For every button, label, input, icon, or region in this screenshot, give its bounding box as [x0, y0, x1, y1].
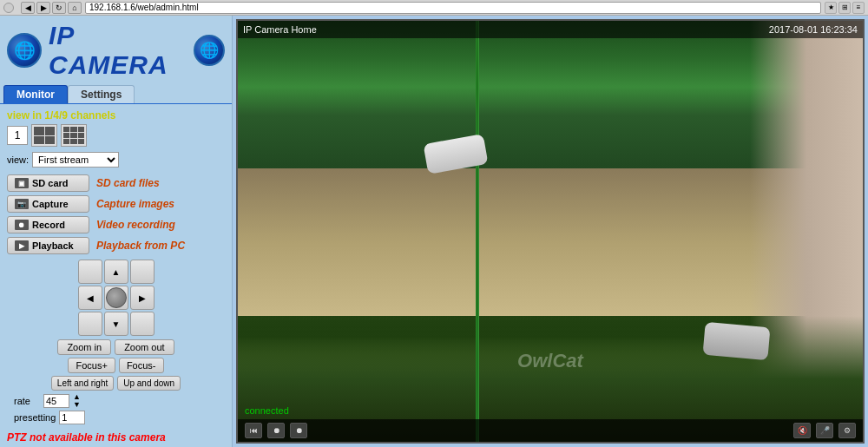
cam-record-button[interactable]: ⏺ — [290, 423, 307, 438]
browser-nav: ◀ ▶ ↻ ⌂ — [21, 2, 82, 14]
grid-3x3-icon[interactable] — [61, 124, 87, 147]
playback-row: ▶ Playback Playback from PC — [7, 237, 225, 254]
scene-car2 — [702, 322, 770, 360]
tab-bar: Monitor Settings — [3, 85, 228, 103]
ptz-preset-row: Left and right Up and down — [51, 376, 181, 391]
stream-label: view: — [7, 154, 29, 165]
nav-forward-btn[interactable]: ▶ — [36, 2, 50, 14]
cam-pause-button[interactable]: ⏺ — [267, 423, 285, 438]
presetting-input[interactable] — [59, 411, 85, 424]
cam-mic-button[interactable]: 🎤 — [816, 423, 833, 438]
ptz-right-button[interactable]: ▶ — [130, 286, 155, 310]
ptz-empty-tr — [130, 260, 155, 284]
playback-icon: ▶ — [15, 240, 29, 251]
ptz-up-button[interactable]: ▲ — [104, 260, 128, 284]
address-bar[interactable]: 192.168.1.6/web/admin.html — [85, 2, 821, 14]
grid-cell — [78, 127, 84, 132]
record-row: ⏺ Record Video recording — [7, 216, 225, 233]
record-button[interactable]: ⏺ Record — [7, 216, 89, 233]
cam-volume-button[interactable]: 🔇 — [793, 423, 811, 438]
extensions-icon[interactable]: ⊞ — [838, 2, 851, 14]
playback-link[interactable]: Playback from PC — [96, 240, 185, 252]
main-layout: 🌐 IP CAMERA 🌐 Monitor Settings view in 1… — [0, 16, 868, 447]
ptz-empty-tl — [78, 260, 102, 284]
browser-chrome: ◀ ▶ ↻ ⌂ 192.168.1.6/web/admin.html ★ ⊞ ≡ — [0, 0, 868, 16]
sd-card-button[interactable]: ▣ SD card — [7, 174, 89, 192]
camera-controls-bar: ⏮ ⏺ ⏺ 🔇 🎤 ⚙ — [238, 419, 863, 442]
focus-plus-button[interactable]: Focus+ — [68, 358, 115, 373]
menu-icon[interactable]: ≡ — [852, 2, 865, 14]
presetting-row: presetting — [7, 411, 225, 424]
cam-settings-button[interactable]: ⚙ — [838, 423, 856, 438]
ptz-rate-row: rate ▲ ▼ — [7, 393, 225, 409]
ptz-focus-row: Focus+ Focus- — [68, 358, 163, 373]
rate-label: rate — [14, 396, 40, 406]
main-content: OwlCat IP Camera Home 2017-08-01 16:23:3… — [233, 16, 868, 447]
grid-2x2-icon[interactable] — [31, 124, 57, 147]
playback-button[interactable]: ▶ Playback — [7, 237, 89, 254]
tab-settings[interactable]: Settings — [68, 85, 135, 103]
channel-number[interactable]: 1 — [7, 126, 28, 145]
record-icon: ⏺ — [15, 220, 29, 230]
rate-input[interactable] — [43, 394, 69, 408]
camera-overlay-top: IP Camera Home 2017-08-01 16:23:34 — [238, 21, 863, 38]
grid-cell — [34, 136, 44, 145]
capture-link[interactable]: Capture images — [96, 198, 174, 210]
rate-spinner[interactable]: ▲ ▼ — [73, 393, 81, 409]
sd-card-icon: ▣ — [15, 178, 29, 188]
record-label: Record — [32, 220, 65, 230]
preset-up-down-button[interactable]: Up and down — [117, 376, 181, 391]
nav-back-btn[interactable]: ◀ — [21, 2, 35, 14]
nav-refresh-btn[interactable]: ↻ — [52, 2, 66, 14]
ptz-warning: PTZ not available in this camera — [0, 428, 232, 447]
ptz-empty-br — [130, 312, 155, 336]
grid-cell — [78, 133, 84, 138]
browser-icons: ★ ⊞ ≡ — [825, 2, 865, 14]
grid-cell — [63, 139, 69, 144]
preset-left-right-button[interactable]: Left and right — [51, 376, 114, 391]
ptz-down-button[interactable]: ▼ — [104, 312, 128, 336]
bookmark-icon[interactable]: ★ — [825, 2, 837, 14]
grid-cell — [70, 133, 76, 138]
tab-bar-line — [0, 103, 232, 104]
record-link[interactable]: Video recording — [96, 219, 175, 231]
zoom-in-button[interactable]: Zoom in — [57, 339, 111, 355]
globe-left-icon: 🌐 — [7, 33, 42, 68]
capture-row: 📷 Capture Capture images — [7, 195, 225, 213]
address-text: 192.168.1.6/web/admin.html — [89, 3, 199, 12]
browser-close-btn — [3, 3, 14, 13]
tab-monitor[interactable]: Monitor — [3, 85, 68, 103]
camera-timestamp: 2017-08-01 16:23:34 — [769, 24, 858, 35]
ptz-center-knob — [106, 287, 127, 308]
ptz-left-button[interactable]: ◀ — [78, 286, 102, 310]
zoom-out-button[interactable]: Zoom out — [115, 339, 174, 355]
playback-label: Playback — [32, 240, 74, 251]
ptz-center-button[interactable] — [104, 286, 128, 310]
sd-card-row: ▣ SD card SD card files — [7, 174, 225, 192]
ptz-empty-bl — [78, 312, 102, 336]
ptz-zoom-row: Zoom in Zoom out — [57, 339, 174, 355]
focus-minus-button[interactable]: Focus- — [119, 358, 164, 373]
camera-overlay-title: IP Camera Home — [243, 24, 317, 35]
grid-cell — [63, 133, 69, 138]
capture-button[interactable]: 📷 Capture — [7, 195, 89, 213]
camera-watermark: OwlCat — [517, 350, 583, 372]
scene-pole — [476, 21, 479, 442]
view-channels-label: view in 1/4/9 channels — [7, 109, 225, 122]
action-buttons: ▣ SD card SD card files 📷 Capture Captur… — [0, 173, 232, 256]
sidebar: 🌐 IP CAMERA 🌐 Monitor Settings view in 1… — [0, 16, 233, 447]
grid-cell — [34, 127, 44, 135]
grid-cell — [70, 127, 76, 132]
stream-select[interactable]: First stream Second stream — [32, 152, 119, 168]
camera-connected-status: connected — [245, 405, 289, 416]
nav-home-btn[interactable]: ⌂ — [68, 2, 82, 14]
cam-play-button[interactable]: ⏮ — [245, 423, 262, 438]
sidebar-header: 🌐 IP CAMERA 🌐 — [0, 16, 232, 85]
grid-cell — [78, 139, 84, 144]
channel-section: view in 1/4/9 channels 1 — [0, 108, 232, 150]
sd-card-link[interactable]: SD card files — [96, 177, 160, 189]
grid-cell — [45, 136, 56, 145]
channel-grid: 1 — [7, 124, 225, 147]
stream-selector: view: First stream Second stream — [0, 150, 232, 173]
grid-cell — [45, 127, 56, 135]
